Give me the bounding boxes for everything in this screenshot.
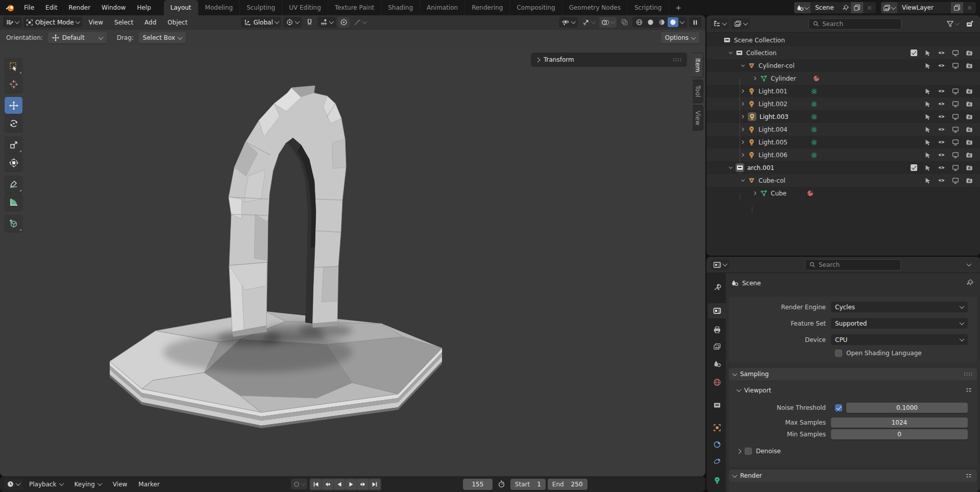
outliner-row-cube[interactable]: Cube — [706, 187, 980, 200]
options-dropdown[interactable]: Options — [661, 32, 699, 43]
collection-checkbox[interactable] — [911, 164, 917, 171]
outliner-row-light-005[interactable]: Light.005 — [706, 136, 980, 149]
selectable-toggle[interactable] — [921, 126, 935, 133]
menu-view-timeline[interactable]: View — [108, 481, 132, 488]
outliner-row-arch-001[interactable]: arch.001 — [706, 161, 980, 174]
expand-toggle[interactable] — [727, 164, 734, 171]
timeline-editor-selector[interactable] — [4, 479, 22, 489]
sidebar-tab-tool[interactable]: Tool — [693, 80, 703, 103]
tab-world-properties[interactable] — [708, 375, 726, 390]
outliner-display-mode-selector[interactable] — [710, 18, 729, 29]
menu-playback[interactable]: Playback — [24, 481, 68, 488]
outliner-filter-id-selector[interactable] — [731, 18, 750, 29]
tab-scripting[interactable]: Scripting — [627, 0, 668, 15]
show-overlays-toggle[interactable] — [599, 17, 617, 28]
orientation-setting-dropdown[interactable]: Default — [48, 32, 107, 43]
shading-wireframe-button[interactable] — [634, 17, 645, 27]
outliner-row-collection[interactable]: Collection — [706, 46, 980, 59]
scene-name[interactable]: Scene — [811, 4, 841, 11]
snap-with-selector[interactable] — [317, 17, 336, 28]
tab-uv-editing[interactable]: UV Editing — [282, 0, 328, 15]
previous-keyframe-button[interactable] — [322, 479, 333, 489]
outliner-row-cube-col[interactable]: Cube-col — [706, 174, 980, 187]
transform-panel[interactable]: Transform — [531, 53, 687, 67]
selectable-toggle[interactable] — [921, 101, 935, 108]
expand-toggle[interactable] — [751, 190, 758, 196]
selectable-toggle[interactable] — [921, 62, 935, 69]
tab-compositing[interactable]: Compositing — [509, 0, 561, 15]
tool-rotate[interactable] — [5, 115, 22, 132]
render-disable-toggle[interactable] — [962, 62, 976, 69]
panel-grip-icon[interactable] — [673, 58, 682, 62]
tool-measure[interactable] — [5, 193, 22, 210]
noise-threshold-checkbox[interactable] — [835, 404, 842, 411]
viewport-disable-toggle[interactable] — [948, 62, 962, 69]
snap-toggle[interactable] — [304, 17, 315, 28]
new-viewlayer-button[interactable] — [951, 2, 963, 13]
outliner-row-light-006[interactable]: Light.006 — [706, 149, 980, 161]
tool-select-box[interactable] — [5, 58, 22, 75]
pivot-point-selector[interactable] — [283, 17, 302, 28]
sidebar-tab-view[interactable]: View — [693, 105, 703, 131]
shading-material-button[interactable] — [656, 17, 667, 27]
sampling-panel-header[interactable]: Sampling — [729, 368, 977, 380]
viewport-disable-toggle[interactable] — [948, 139, 962, 146]
viewport-disable-toggle[interactable] — [948, 50, 962, 57]
show-gizmo-toggle[interactable] — [580, 17, 597, 28]
hide-toggle[interactable] — [935, 113, 948, 120]
tab-shading[interactable]: Shading — [381, 0, 420, 15]
tab-animation[interactable]: Animation — [420, 0, 464, 15]
selectable-toggle[interactable] — [921, 113, 935, 120]
selectable-toggle[interactable] — [921, 139, 935, 146]
selectable-toggle[interactable] — [921, 50, 935, 57]
expand-toggle[interactable] — [739, 139, 746, 145]
viewlayer-browse-button[interactable] — [881, 2, 897, 13]
expand-toggle[interactable] — [739, 88, 746, 94]
tab-tool-properties[interactable] — [708, 280, 726, 295]
drag-setting-dropdown[interactable]: Select Box — [139, 32, 186, 43]
render-engine-dropdown[interactable]: Cycles — [831, 302, 968, 312]
tool-add-cube[interactable] — [5, 215, 22, 232]
viewport-disable-toggle[interactable] — [948, 88, 962, 95]
denoise-checkbox[interactable] — [745, 448, 752, 455]
menu-edit[interactable]: Edit — [40, 0, 63, 15]
expand-toggle[interactable] — [727, 50, 734, 56]
render-disable-toggle[interactable] — [962, 152, 976, 159]
expand-toggle[interactable] — [739, 126, 746, 133]
menu-help[interactable]: Help — [131, 0, 156, 15]
menu-render[interactable]: Render — [63, 0, 96, 15]
tab-object-properties[interactable] — [708, 420, 726, 435]
render-disable-toggle[interactable] — [962, 139, 976, 146]
outliner-row-light-004[interactable]: Light.004 — [706, 123, 980, 136]
play-reverse-button[interactable] — [334, 479, 345, 489]
outliner-row-light-002[interactable]: Light.002 — [706, 97, 980, 110]
next-keyframe-button[interactable] — [357, 479, 369, 489]
shading-rendered-button[interactable] — [668, 17, 678, 27]
outliner-row-scene-collection[interactable]: Scene Collection — [706, 34, 980, 46]
current-frame-field[interactable]: 155 — [463, 479, 493, 490]
menu-select[interactable]: Select — [110, 19, 138, 26]
expand-toggle[interactable] — [739, 152, 746, 158]
tool-cursor[interactable] — [5, 76, 22, 92]
hide-toggle[interactable] — [935, 126, 948, 133]
tab-view-layer-properties[interactable] — [708, 339, 726, 354]
mode-selector[interactable]: Object Mode — [23, 17, 82, 28]
render-disable-toggle[interactable] — [962, 50, 976, 57]
min-samples-field[interactable]: 0 — [831, 429, 968, 439]
selectable-toggle[interactable] — [921, 88, 935, 95]
viewport-disable-toggle[interactable] — [948, 126, 962, 133]
tab-object-data-properties[interactable] — [708, 473, 726, 488]
outliner-row-light-003[interactable]: Light.003 — [706, 110, 980, 123]
menu-add[interactable]: Add — [140, 19, 161, 26]
viewport-disable-toggle[interactable] — [948, 101, 962, 108]
add-workspace-button[interactable]: + — [668, 0, 688, 15]
render-disable-toggle[interactable] — [962, 88, 976, 95]
frame-end-field[interactable]: End 250 — [548, 479, 587, 490]
selectable-toggle[interactable] — [921, 177, 935, 184]
expand-toggle[interactable] — [739, 101, 746, 107]
viewport-disable-toggle[interactable] — [948, 152, 962, 159]
render-disable-toggle[interactable] — [962, 164, 976, 171]
transform-orientation-selector[interactable]: Global — [241, 17, 281, 28]
hide-toggle[interactable] — [935, 164, 948, 171]
tab-texture-paint[interactable]: Texture Paint — [328, 0, 381, 15]
